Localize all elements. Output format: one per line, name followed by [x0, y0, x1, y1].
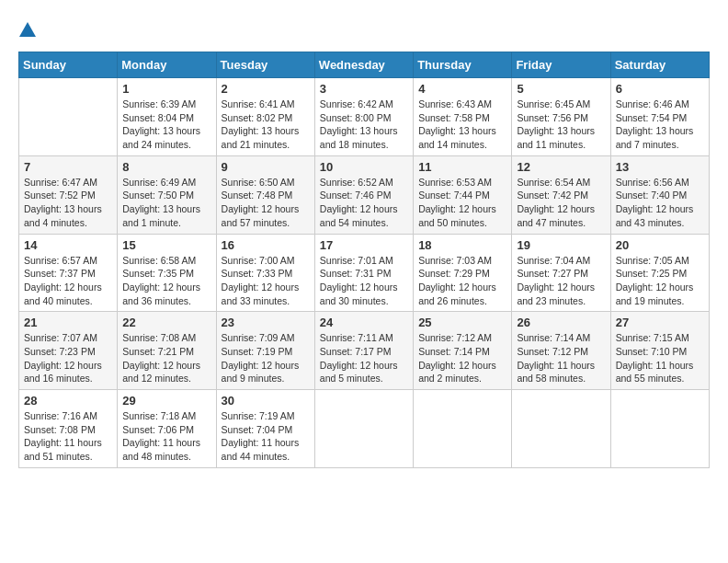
day-number: 19 — [517, 238, 605, 252]
col-header-thursday: Thursday — [414, 52, 512, 78]
day-number: 15 — [122, 238, 210, 252]
day-info: Sunrise: 6:45 AM Sunset: 7:56 PM Dayligh… — [517, 98, 605, 152]
day-info: Sunrise: 6:50 AM Sunset: 7:48 PM Dayligh… — [222, 176, 310, 230]
calendar-cell: 8Sunrise: 6:49 AM Sunset: 7:50 PM Daylig… — [118, 155, 216, 234]
day-info: Sunrise: 7:01 AM Sunset: 7:31 PM Dayligh… — [320, 254, 408, 308]
day-info: Sunrise: 6:49 AM Sunset: 7:50 PM Dayligh… — [122, 176, 210, 230]
calendar-cell — [19, 78, 118, 156]
calendar-cell: 26Sunrise: 7:14 AM Sunset: 7:12 PM Dayli… — [512, 312, 610, 390]
calendar-week-row: 14Sunrise: 6:57 AM Sunset: 7:37 PM Dayli… — [19, 234, 710, 312]
calendar-cell: 3Sunrise: 6:42 AM Sunset: 8:00 PM Daylig… — [314, 78, 413, 156]
day-number: 21 — [24, 316, 112, 329]
day-info: Sunrise: 7:11 AM Sunset: 7:17 PM Dayligh… — [320, 331, 408, 385]
day-number: 28 — [24, 394, 112, 408]
day-number: 18 — [418, 238, 506, 252]
day-info: Sunrise: 6:41 AM Sunset: 8:02 PM Dayligh… — [222, 98, 310, 152]
calendar-cell: 21Sunrise: 7:07 AM Sunset: 7:23 PM Dayli… — [19, 312, 118, 390]
day-number: 2 — [222, 82, 310, 96]
calendar-week-row: 28Sunrise: 7:16 AM Sunset: 7:08 PM Dayli… — [19, 390, 710, 468]
day-number: 12 — [517, 160, 605, 174]
calendar-header-row: SundayMondayTuesdayWednesdayThursdayFrid… — [19, 52, 710, 78]
day-info: Sunrise: 6:54 AM Sunset: 7:42 PM Dayligh… — [517, 176, 605, 230]
calendar-table: SundayMondayTuesdayWednesdayThursdayFrid… — [18, 52, 710, 468]
day-info: Sunrise: 7:00 AM Sunset: 7:33 PM Dayligh… — [222, 254, 310, 308]
day-number: 26 — [517, 316, 605, 329]
calendar-cell: 28Sunrise: 7:16 AM Sunset: 7:08 PM Dayli… — [19, 390, 118, 468]
calendar-cell: 30Sunrise: 7:19 AM Sunset: 7:04 PM Dayli… — [216, 390, 314, 468]
col-header-tuesday: Tuesday — [216, 52, 314, 78]
calendar-cell: 27Sunrise: 7:15 AM Sunset: 7:10 PM Dayli… — [610, 312, 709, 390]
col-header-wednesday: Wednesday — [314, 52, 413, 78]
day-number: 24 — [320, 316, 408, 329]
day-number: 9 — [222, 160, 310, 174]
day-info: Sunrise: 7:07 AM Sunset: 7:23 PM Dayligh… — [24, 331, 112, 385]
calendar-cell: 13Sunrise: 6:56 AM Sunset: 7:40 PM Dayli… — [610, 155, 709, 234]
calendar-cell: 11Sunrise: 6:53 AM Sunset: 7:44 PM Dayli… — [414, 155, 512, 234]
day-info: Sunrise: 6:43 AM Sunset: 7:58 PM Dayligh… — [418, 98, 506, 152]
calendar-cell: 16Sunrise: 7:00 AM Sunset: 7:33 PM Dayli… — [216, 234, 314, 312]
day-info: Sunrise: 6:56 AM Sunset: 7:40 PM Dayligh… — [616, 176, 704, 230]
day-number: 17 — [320, 238, 408, 252]
day-number: 25 — [418, 316, 506, 329]
day-info: Sunrise: 6:47 AM Sunset: 7:52 PM Dayligh… — [24, 176, 112, 230]
calendar-cell: 2Sunrise: 6:41 AM Sunset: 8:02 PM Daylig… — [216, 78, 314, 156]
day-number: 4 — [418, 82, 506, 96]
day-number: 22 — [122, 316, 210, 329]
col-header-sunday: Sunday — [19, 52, 118, 78]
day-info: Sunrise: 6:52 AM Sunset: 7:46 PM Dayligh… — [320, 176, 408, 230]
page-header — [18, 18, 710, 42]
calendar-cell: 25Sunrise: 7:12 AM Sunset: 7:14 PM Dayli… — [414, 312, 512, 390]
calendar-week-row: 7Sunrise: 6:47 AM Sunset: 7:52 PM Daylig… — [19, 155, 710, 234]
calendar-cell: 9Sunrise: 6:50 AM Sunset: 7:48 PM Daylig… — [216, 155, 314, 234]
calendar-cell — [414, 390, 512, 468]
day-number: 11 — [418, 160, 506, 174]
calendar-cell: 4Sunrise: 6:43 AM Sunset: 7:58 PM Daylig… — [414, 78, 512, 156]
calendar-cell: 7Sunrise: 6:47 AM Sunset: 7:52 PM Daylig… — [19, 155, 118, 234]
day-number: 30 — [222, 394, 310, 408]
col-header-friday: Friday — [512, 52, 610, 78]
day-number: 6 — [616, 82, 704, 96]
day-info: Sunrise: 7:05 AM Sunset: 7:25 PM Dayligh… — [616, 254, 704, 308]
day-info: Sunrise: 7:12 AM Sunset: 7:14 PM Dayligh… — [418, 331, 506, 385]
calendar-cell: 5Sunrise: 6:45 AM Sunset: 7:56 PM Daylig… — [512, 78, 610, 156]
calendar-cell: 12Sunrise: 6:54 AM Sunset: 7:42 PM Dayli… — [512, 155, 610, 234]
day-info: Sunrise: 7:08 AM Sunset: 7:21 PM Dayligh… — [122, 331, 210, 385]
day-info: Sunrise: 6:53 AM Sunset: 7:44 PM Dayligh… — [418, 176, 506, 230]
day-info: Sunrise: 7:19 AM Sunset: 7:04 PM Dayligh… — [222, 409, 310, 464]
day-number: 14 — [24, 238, 112, 252]
calendar-cell: 15Sunrise: 6:58 AM Sunset: 7:35 PM Dayli… — [118, 234, 216, 312]
logo — [18, 18, 37, 42]
day-info: Sunrise: 7:18 AM Sunset: 7:06 PM Dayligh… — [122, 409, 210, 464]
calendar-cell: 10Sunrise: 6:52 AM Sunset: 7:46 PM Dayli… — [314, 155, 413, 234]
day-number: 13 — [616, 160, 704, 174]
day-info: Sunrise: 6:58 AM Sunset: 7:35 PM Dayligh… — [122, 254, 210, 308]
calendar-cell: 23Sunrise: 7:09 AM Sunset: 7:19 PM Dayli… — [216, 312, 314, 390]
day-number: 3 — [320, 82, 408, 96]
calendar-cell: 22Sunrise: 7:08 AM Sunset: 7:21 PM Dayli… — [118, 312, 216, 390]
day-info: Sunrise: 7:09 AM Sunset: 7:19 PM Dayligh… — [222, 331, 310, 385]
day-number: 8 — [122, 160, 210, 174]
logo-arrow-icon — [19, 18, 36, 42]
day-info: Sunrise: 6:39 AM Sunset: 8:04 PM Dayligh… — [122, 98, 210, 152]
calendar-cell: 18Sunrise: 7:03 AM Sunset: 7:29 PM Dayli… — [414, 234, 512, 312]
day-info: Sunrise: 7:15 AM Sunset: 7:10 PM Dayligh… — [616, 331, 704, 385]
day-info: Sunrise: 6:57 AM Sunset: 7:37 PM Dayligh… — [24, 254, 112, 308]
day-number: 10 — [320, 160, 408, 174]
calendar-week-row: 1Sunrise: 6:39 AM Sunset: 8:04 PM Daylig… — [19, 78, 710, 156]
calendar-cell: 6Sunrise: 6:46 AM Sunset: 7:54 PM Daylig… — [610, 78, 709, 156]
day-number: 7 — [24, 160, 112, 174]
day-number: 16 — [222, 238, 310, 252]
day-number: 5 — [517, 82, 605, 96]
calendar-cell — [512, 390, 610, 468]
calendar-cell: 17Sunrise: 7:01 AM Sunset: 7:31 PM Dayli… — [314, 234, 413, 312]
calendar-cell: 24Sunrise: 7:11 AM Sunset: 7:17 PM Dayli… — [314, 312, 413, 390]
calendar-week-row: 21Sunrise: 7:07 AM Sunset: 7:23 PM Dayli… — [19, 312, 710, 390]
calendar-cell: 19Sunrise: 7:04 AM Sunset: 7:27 PM Dayli… — [512, 234, 610, 312]
day-number: 23 — [222, 316, 310, 329]
calendar-cell — [610, 390, 709, 468]
day-info: Sunrise: 6:42 AM Sunset: 8:00 PM Dayligh… — [320, 98, 408, 152]
day-info: Sunrise: 6:46 AM Sunset: 7:54 PM Dayligh… — [616, 98, 704, 152]
calendar-cell: 14Sunrise: 6:57 AM Sunset: 7:37 PM Dayli… — [19, 234, 118, 312]
calendar-cell: 29Sunrise: 7:18 AM Sunset: 7:06 PM Dayli… — [118, 390, 216, 468]
svg-marker-0 — [19, 22, 36, 37]
